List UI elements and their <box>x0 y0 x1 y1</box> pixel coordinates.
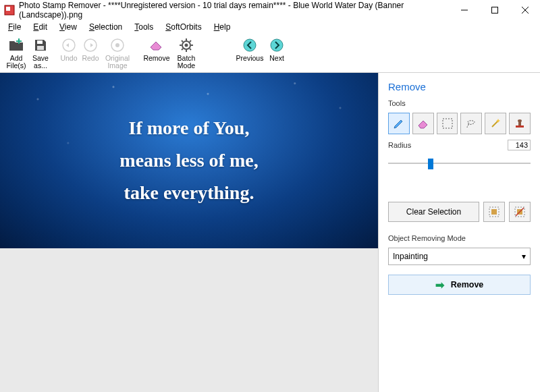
svg-point-24 <box>244 39 256 51</box>
mode-dropdown[interactable]: Inpainting ▾ <box>388 248 531 265</box>
magic-wand-icon <box>489 117 502 130</box>
deselect-icon <box>514 206 526 218</box>
svg-point-13 <box>115 43 119 47</box>
svg-rect-28 <box>516 125 524 128</box>
svg-line-21 <box>182 49 183 50</box>
menu-file[interactable]: File <box>3 21 26 33</box>
select-all-button[interactable] <box>483 202 505 222</box>
maximize-button[interactable] <box>479 0 510 20</box>
add-files-button[interactable]: Add File(s) <box>3 35 30 72</box>
tool-stamp[interactable] <box>509 113 531 134</box>
radius-slider[interactable] <box>388 157 531 169</box>
tool-magic-wand[interactable] <box>485 113 506 134</box>
workspace: If more of You, means less of me, take e… <box>0 73 540 392</box>
original-image-button[interactable]: Original Image <box>101 35 134 72</box>
close-button[interactable] <box>510 0 540 20</box>
svg-point-25 <box>271 39 283 51</box>
svg-point-30 <box>518 119 522 122</box>
svg-rect-3 <box>491 7 497 13</box>
previous-button[interactable]: Previous <box>234 35 266 72</box>
svg-rect-9 <box>37 46 44 50</box>
tool-lasso[interactable] <box>460 113 482 134</box>
menu-edit[interactable]: Edit <box>28 21 53 33</box>
floppy-icon <box>34 36 47 54</box>
slider-thumb[interactable] <box>428 159 433 169</box>
canvas-overlay-text: If more of You, means less of me, take e… <box>0 112 378 209</box>
window-title: Photo Stamp Remover - ****Unregistered v… <box>19 1 449 20</box>
original-image-icon <box>110 36 125 54</box>
radius-input[interactable]: 143 <box>508 140 531 150</box>
gear-icon <box>179 36 194 54</box>
menu-help[interactable]: Help <box>209 21 236 33</box>
menu-selection[interactable]: Selection <box>84 21 128 33</box>
remove-button-toolbar[interactable]: Remove <box>140 35 173 72</box>
eraser-tool-icon <box>416 117 430 130</box>
menu-softorbits[interactable]: SoftOrbits <box>160 21 207 33</box>
clear-selection-button[interactable]: Clear Selection <box>388 202 479 222</box>
tool-row <box>388 113 531 134</box>
app-icon <box>4 5 15 16</box>
svg-rect-8 <box>37 40 43 44</box>
svg-rect-32 <box>491 209 497 215</box>
toolbar: Add File(s) Save as... Undo Redo Origina… <box>0 34 540 73</box>
chevron-down-icon: ▾ <box>522 252 526 261</box>
minimize-button[interactable] <box>449 0 479 20</box>
lasso-icon <box>464 117 478 130</box>
redo-icon <box>83 36 98 54</box>
mode-label: Object Removing Mode <box>388 234 531 242</box>
redo-button[interactable]: Redo <box>80 35 101 72</box>
menu-view[interactable]: View <box>54 21 82 33</box>
rect-select-icon <box>441 117 454 130</box>
select-all-icon <box>488 206 500 218</box>
svg-line-35 <box>516 208 524 216</box>
next-icon <box>269 36 284 54</box>
svg-line-19 <box>182 40 183 42</box>
remove-run-button[interactable]: ➡ Remove <box>388 275 531 295</box>
arrow-right-icon: ➡ <box>435 279 444 291</box>
tool-eraser[interactable] <box>412 113 434 134</box>
undo-button[interactable]: Undo <box>58 35 80 72</box>
svg-rect-7 <box>16 40 22 42</box>
tool-marker[interactable] <box>388 113 410 134</box>
svg-line-22 <box>190 40 191 42</box>
folder-plus-icon <box>9 36 24 54</box>
title-bar: Photo Stamp Remover - ****Unregistered v… <box>0 0 540 20</box>
svg-line-27 <box>492 121 498 127</box>
batch-mode-button[interactable]: Batch Mode <box>173 35 200 72</box>
side-panel: Remove Tools Radius 143 Clear Selection … <box>378 73 540 392</box>
stamp-icon <box>513 117 526 130</box>
next-button[interactable]: Next <box>266 35 288 72</box>
canvas-area: If more of You, means less of me, take e… <box>0 73 378 392</box>
mode-value: Inpainting <box>393 252 428 261</box>
remove-btn-label: Remove <box>451 280 484 289</box>
marker-icon <box>392 117 406 130</box>
svg-rect-26 <box>443 119 452 128</box>
deselect-button[interactable] <box>509 202 531 222</box>
svg-line-20 <box>190 49 191 50</box>
panel-title: Remove <box>388 81 531 92</box>
svg-rect-1 <box>6 7 10 11</box>
menu-bar: File Edit View Selection Tools SoftOrbit… <box>0 20 540 34</box>
menu-tools[interactable]: Tools <box>129 21 159 33</box>
tool-rect-select[interactable] <box>437 113 458 134</box>
svg-point-23 <box>185 44 188 47</box>
canvas-image[interactable]: If more of You, means less of me, take e… <box>0 73 378 248</box>
previous-icon <box>242 36 257 54</box>
eraser-icon <box>149 36 164 54</box>
slider-track <box>388 163 531 164</box>
save-as-button[interactable]: Save as... <box>30 35 51 72</box>
tools-label: Tools <box>388 99 531 107</box>
undo-icon <box>61 36 76 54</box>
radius-label: Radius <box>388 141 411 149</box>
